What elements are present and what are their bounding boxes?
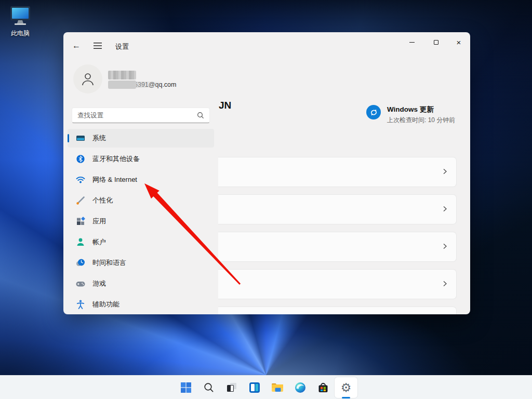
taskbar: ⚙ ∧ 白云一键重装系统 www.baiyunxitong.com 中 9: <box>0 375 532 399</box>
time-language-icon <box>75 258 86 268</box>
search-input[interactable] <box>77 112 197 119</box>
task-view-icon <box>225 381 238 394</box>
bluetooth-icon <box>75 154 86 164</box>
sidebar-item-time-language[interactable]: 时间和语言 <box>68 254 214 272</box>
chevron-right-icon <box>442 167 448 177</box>
back-button[interactable]: ← <box>68 38 85 53</box>
store-button[interactable] <box>312 377 335 398</box>
settings-card[interactable] <box>218 157 457 187</box>
apps-icon <box>75 216 86 227</box>
network-icon <box>75 175 86 185</box>
blurred-account-name <box>108 71 136 79</box>
this-pc-desktop-icon[interactable]: 此电脑 <box>5 5 35 38</box>
settings-card[interactable] <box>218 269 457 299</box>
widgets-button[interactable] <box>243 377 266 398</box>
accounts-icon <box>75 237 86 247</box>
settings-card[interactable] <box>218 307 457 314</box>
sidebar-item-network-internet[interactable]: 网络 & Internet <box>68 170 214 189</box>
settings-card[interactable] <box>218 194 457 224</box>
selection-accent <box>68 134 69 142</box>
chevron-right-icon <box>442 205 448 214</box>
personalization-icon <box>75 195 86 206</box>
search-icon <box>203 382 215 393</box>
windows-update-summary[interactable]: Windows 更新 上次检查时间: 10 分钟前 <box>366 105 455 125</box>
settings-sidebar: 系统 蓝牙和其他设备 网络 & Internet <box>68 129 215 314</box>
file-explorer-button[interactable] <box>266 377 289 398</box>
sidebar-item-accounts[interactable]: 帐户 <box>68 233 214 251</box>
chevron-right-icon <box>442 242 448 251</box>
widgets-icon <box>248 381 261 394</box>
accessibility-icon <box>75 299 86 310</box>
windows-update-icon <box>366 105 381 119</box>
sidebar-item-gaming[interactable]: 游戏 <box>68 274 214 293</box>
device-name-fragment: JN <box>219 100 231 111</box>
sidebar-item-apps[interactable]: 应用 <box>68 212 214 231</box>
monitor-icon <box>8 5 33 26</box>
settings-search-box[interactable] <box>72 108 210 123</box>
this-pc-label: 此电脑 <box>5 29 35 38</box>
store-icon <box>317 381 329 394</box>
hamburger-menu-icon[interactable] <box>89 38 106 53</box>
person-icon <box>80 71 96 87</box>
settings-gear-icon: ⚙ <box>341 382 352 394</box>
start-button[interactable] <box>175 377 197 398</box>
taskbar-center-icons: ⚙ <box>175 377 357 398</box>
chevron-right-icon <box>442 280 448 289</box>
gaming-icon <box>75 278 86 289</box>
sidebar-item-system[interactable]: 系统 <box>68 129 214 148</box>
taskbar-search-button[interactable] <box>197 377 220 398</box>
blurred-email-prefix <box>108 81 136 89</box>
settings-main-panel: JN Windows 更新 上次检查时间: 10 分钟前 <box>218 32 470 314</box>
windows-update-status: 上次检查时间: 10 分钟前 <box>387 116 455 125</box>
sidebar-item-personalization[interactable]: 个性化 <box>68 191 214 210</box>
sidebar-item-accessibility[interactable]: 辅助功能 <box>68 295 214 314</box>
settings-window: ← 设置 × 5391@qq.com <box>63 32 470 314</box>
window-title: 设置 <box>115 42 129 51</box>
sidebar-item-bluetooth-devices[interactable]: 蓝牙和其他设备 <box>68 150 214 168</box>
task-view-button[interactable] <box>220 377 243 398</box>
blur-fade <box>133 82 164 88</box>
settings-card[interactable] <box>218 232 457 262</box>
edge-icon <box>294 381 307 394</box>
search-icon <box>197 112 204 119</box>
start-icon <box>180 381 192 394</box>
active-app-indicator <box>342 397 350 398</box>
system-icon <box>75 133 86 143</box>
file-explorer-icon <box>271 381 284 394</box>
edge-button[interactable] <box>289 377 312 398</box>
settings-taskbar-button[interactable]: ⚙ <box>335 377 357 398</box>
avatar[interactable] <box>73 64 102 94</box>
desktop: 此电脑 ← 设置 × 5391@qq.com <box>0 0 532 399</box>
windows-update-title: Windows 更新 <box>387 105 455 114</box>
